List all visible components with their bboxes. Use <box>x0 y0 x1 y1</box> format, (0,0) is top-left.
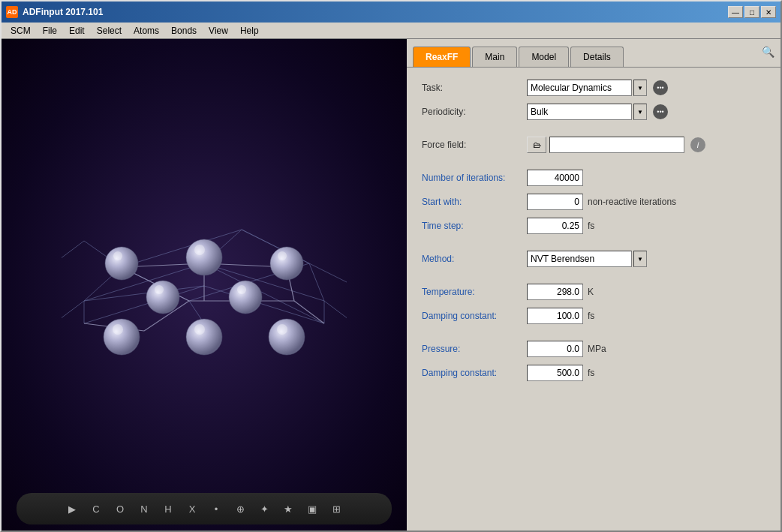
element-h-button[interactable]: H <box>161 503 176 515</box>
start-with-input[interactable] <box>527 194 583 210</box>
temperature-unit: K <box>588 287 594 297</box>
tab-reaxff[interactable]: ReaxFF <box>413 47 471 67</box>
viewport-toolbar: ▶ C O N H X • ⊕ ✦ ★ ▣ ⊞ <box>17 493 392 524</box>
periodicity-row: Periodicity: Bulk ▼ ••• <box>422 104 765 120</box>
time-step-input[interactable] <box>527 218 583 234</box>
periodicity-select-arrow[interactable]: ▼ <box>633 104 647 120</box>
ring-button[interactable]: ⊕ <box>233 503 248 515</box>
search-icon[interactable]: 🔍 <box>762 46 774 58</box>
task-row: Task: Molecular Dynamics ▼ ••• <box>422 80 765 96</box>
close-button[interactable]: ✕ <box>761 6 776 18</box>
app-icon: AD <box>6 6 18 18</box>
star-button[interactable]: ★ <box>281 503 296 515</box>
window-title: ADFinput 2017.101 <box>23 7 103 17</box>
force-field-label: Force field: <box>422 140 527 150</box>
periodicity-more-button[interactable]: ••• <box>653 104 668 119</box>
svg-line-2 <box>84 286 204 323</box>
dot-button[interactable]: • <box>209 503 224 515</box>
content-area: ▶ C O N H X • ⊕ ✦ ★ ▣ ⊞ ReaxFF Main Mode… <box>2 39 780 530</box>
menu-atoms[interactable]: Atoms <box>128 24 165 38</box>
method-label: Method: <box>422 254 527 264</box>
svg-point-34 <box>146 281 179 314</box>
pressure-label: Pressure: <box>422 344 527 354</box>
gear-icon[interactable]: ✦ <box>257 503 272 515</box>
svg-line-21 <box>309 263 347 286</box>
tab-main[interactable]: Main <box>472 47 517 67</box>
periodicity-label: Periodicity: <box>422 107 527 117</box>
task-select-arrow[interactable]: ▼ <box>633 80 647 96</box>
damping1-row: Damping constant: fs <box>422 308 765 324</box>
damping1-input[interactable] <box>527 308 583 324</box>
force-field-browse-button[interactable]: 🗁 <box>527 137 546 153</box>
element-x-button[interactable]: X <box>185 503 200 515</box>
molecule-container <box>2 39 407 487</box>
force-field-info-button[interactable]: i <box>690 137 705 152</box>
grid-button[interactable]: ⊞ <box>329 503 344 515</box>
svg-point-38 <box>269 319 305 355</box>
temperature-input[interactable] <box>527 284 583 300</box>
svg-line-15 <box>309 263 324 301</box>
svg-point-39 <box>113 251 122 260</box>
title-bar-left: AD ADFinput 2017.101 <box>6 6 103 18</box>
task-label: Task: <box>422 83 527 93</box>
iterations-row: Number of iterations: <box>422 170 765 186</box>
damping1-unit: fs <box>588 311 594 321</box>
element-c-button[interactable]: C <box>89 503 104 515</box>
start-with-row: Start with: non-reactive iterations <box>422 194 765 210</box>
element-o-button[interactable]: O <box>113 503 128 515</box>
task-select-container: Molecular Dynamics ▼ <box>527 80 647 96</box>
element-n-button[interactable]: N <box>137 503 152 515</box>
method-select-arrow[interactable]: ▼ <box>633 251 647 267</box>
iterations-input[interactable] <box>527 170 583 186</box>
menu-view[interactable]: View <box>203 24 234 38</box>
periodicity-select[interactable]: Bulk <box>527 104 632 120</box>
tab-details[interactable]: Details <box>570 47 624 67</box>
frame-button[interactable]: ▣ <box>305 503 320 515</box>
damping2-row: Damping constant: fs <box>422 365 765 381</box>
time-step-row: Time step: fs <box>422 218 765 234</box>
menu-bonds[interactable]: Bonds <box>165 24 203 38</box>
pressure-input[interactable] <box>527 341 583 357</box>
svg-point-36 <box>104 319 140 355</box>
svg-point-33 <box>270 247 303 280</box>
menu-select[interactable]: Select <box>91 24 128 38</box>
pressure-row: Pressure: MPa <box>422 341 765 357</box>
minimize-button[interactable]: — <box>728 6 743 18</box>
tab-model[interactable]: Model <box>519 47 569 67</box>
damping2-input[interactable] <box>527 365 583 381</box>
temperature-row: Temperature: K <box>422 284 765 300</box>
method-select[interactable]: NVT Berendsen <box>527 251 632 267</box>
force-field-row: Force field: 🗁 i <box>422 137 765 153</box>
tabs-bar: ReaxFF Main Model Details 🔍 <box>407 39 780 68</box>
damping2-unit: fs <box>588 368 594 378</box>
menu-edit[interactable]: Edit <box>63 24 91 38</box>
task-select[interactable]: Molecular Dynamics <box>527 80 632 96</box>
task-more-button[interactable]: ••• <box>653 80 668 95</box>
svg-point-44 <box>113 324 123 335</box>
menu-help[interactable]: Help <box>234 24 265 38</box>
title-bar: AD ADFinput 2017.101 — □ ✕ <box>2 2 780 23</box>
svg-line-6 <box>84 286 204 301</box>
title-buttons: — □ ✕ <box>728 6 776 18</box>
maximize-button[interactable]: □ <box>744 6 759 18</box>
svg-line-19 <box>62 241 84 263</box>
svg-point-41 <box>278 251 287 260</box>
start-with-note: non-reactive iterations <box>588 197 676 207</box>
iterations-label: Number of iterations: <box>422 173 527 183</box>
start-with-label: Start with: <box>422 197 527 207</box>
svg-point-42 <box>155 285 164 294</box>
force-field-input-group: 🗁 <box>527 137 684 153</box>
menu-file[interactable]: File <box>37 24 63 38</box>
panel-content: Task: Molecular Dynamics ▼ ••• Periodici… <box>407 68 780 530</box>
damping1-label: Damping constant: <box>422 311 527 321</box>
main-window: AD ADFinput 2017.101 — □ ✕ SCM File Edit… <box>0 0 782 532</box>
svg-line-0 <box>84 263 204 301</box>
method-row: Method: NVT Berendsen ▼ <box>422 251 765 267</box>
right-panel: ReaxFF Main Model Details 🔍 Task: Molecu… <box>407 39 780 530</box>
svg-line-8 <box>122 230 242 267</box>
force-field-input[interactable] <box>549 137 684 153</box>
svg-line-3 <box>204 286 324 323</box>
play-button[interactable]: ▶ <box>65 503 80 515</box>
svg-point-40 <box>194 245 205 255</box>
menu-scm[interactable]: SCM <box>5 24 37 38</box>
